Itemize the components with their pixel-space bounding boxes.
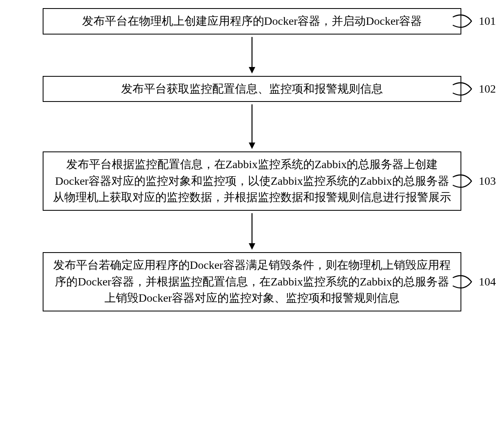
curve-connector-icon: [452, 14, 476, 28]
svg-marker-1: [249, 67, 255, 73]
flow-row: 发布平台根据监控配置信息，在Zabbix监控系统的Zabbix的总服务器上创建D…: [8, 151, 496, 211]
flow-row: 发布平台获取监控配置信息、监控项和报警规则信息 102: [8, 76, 496, 102]
svg-marker-3: [249, 143, 255, 149]
arrow-down-icon: [246, 213, 258, 250]
arrow-down: [8, 35, 496, 76]
step-label-103: 103: [452, 174, 496, 188]
step-text: 发布平台若确定应用程序的Docker容器满足销毁条件，则在物理机上销毁应用程序的…: [53, 259, 451, 304]
step-number: 104: [479, 275, 496, 288]
step-text: 发布平台获取监控配置信息、监控项和报警规则信息: [121, 82, 383, 95]
flowchart: 发布平台在物理机上创建应用程序的Docker容器，并启动Docker容器 101…: [8, 8, 496, 311]
curve-connector-icon: [452, 274, 476, 289]
step-number: 101: [479, 15, 496, 28]
step-label-101: 101: [452, 14, 496, 28]
step-number: 102: [479, 82, 496, 95]
step-number: 103: [479, 175, 496, 188]
arrow-down: [8, 211, 496, 252]
arrow-down-icon: [246, 104, 258, 149]
step-label-104: 104: [452, 274, 496, 289]
flow-row: 发布平台在物理机上创建应用程序的Docker容器，并启动Docker容器 101: [8, 8, 496, 35]
step-text: 发布平台在物理机上创建应用程序的Docker容器，并启动Docker容器: [82, 15, 422, 27]
arrow-down-icon: [246, 37, 258, 73]
flow-step-104: 发布平台若确定应用程序的Docker容器满足销毁条件，则在物理机上销毁应用程序的…: [43, 252, 461, 311]
arrow-down: [8, 102, 496, 151]
flow-step-101: 发布平台在物理机上创建应用程序的Docker容器，并启动Docker容器: [43, 8, 461, 35]
flow-row: 发布平台若确定应用程序的Docker容器满足销毁条件，则在物理机上销毁应用程序的…: [8, 252, 496, 311]
step-text: 发布平台根据监控配置信息，在Zabbix监控系统的Zabbix的总服务器上创建D…: [53, 158, 451, 203]
curve-connector-icon: [452, 174, 476, 188]
step-label-102: 102: [452, 82, 496, 96]
curve-connector-icon: [452, 82, 476, 96]
flow-step-102: 发布平台获取监控配置信息、监控项和报警规则信息: [43, 76, 461, 102]
svg-marker-5: [249, 243, 255, 250]
flow-step-103: 发布平台根据监控配置信息，在Zabbix监控系统的Zabbix的总服务器上创建D…: [43, 151, 461, 211]
